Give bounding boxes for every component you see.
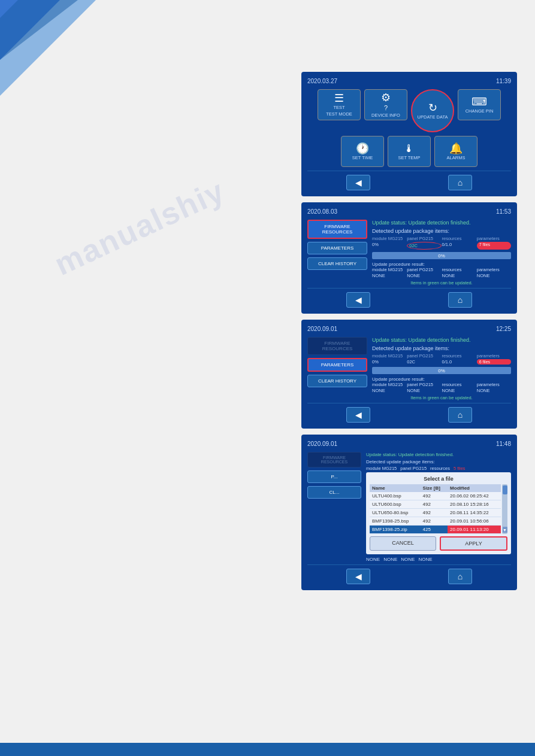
p4-result-row: NONE NONE NONE NONE bbox=[366, 557, 511, 562]
update-data-button[interactable]: ↻ UPDATE DATA bbox=[411, 89, 454, 132]
back-button-1[interactable]: ◀ bbox=[346, 175, 370, 190]
clear-history-btn-2[interactable]: CLEAR HISTORY bbox=[307, 375, 367, 387]
val-params-1: 7 files bbox=[477, 242, 511, 250]
panel2-header: 2020.08.03 11:53 bbox=[307, 208, 511, 215]
set-temp-icon: 🌡 bbox=[404, 143, 415, 154]
home-button-2[interactable]: ⌂ bbox=[448, 292, 472, 308]
panel2-right: Update status: Update detection finished… bbox=[372, 220, 511, 286]
home-button-4[interactable]: ⌂ bbox=[448, 569, 472, 584]
p3-result-val-panel: NONE bbox=[407, 388, 441, 393]
val-module-1: 0% bbox=[372, 242, 406, 250]
change-pin-button[interactable]: ⌨ CHANGE PIN bbox=[458, 89, 501, 120]
set-time-icon: 🕐 bbox=[356, 143, 369, 154]
back-button-2[interactable]: ◀ bbox=[346, 292, 370, 308]
background-decoration bbox=[0, 0, 120, 120]
result-col-panel: panel PG215 bbox=[407, 267, 441, 272]
panel4-header: 2020.09.01 11:48 bbox=[307, 441, 511, 447]
val-panel-1: 02C bbox=[407, 242, 441, 250]
panels-area: 2020.03.27 11:39 ☰ TEST TEST MODE ⚙ ? DE… bbox=[301, 72, 517, 590]
p4-col-headers: module MG215 panel PG215 resources 5 fil… bbox=[366, 466, 511, 471]
panel4-time: 11:48 bbox=[496, 441, 511, 447]
home-button-1[interactable]: ⌂ bbox=[448, 175, 472, 190]
back-button-4[interactable]: ◀ bbox=[346, 569, 370, 584]
test-mode-button[interactable]: ☰ TEST TEST MODE bbox=[318, 89, 361, 120]
panel2-green-note: Items in green can be updated. bbox=[372, 280, 511, 286]
panel3-green-note: Items in green can be updated. bbox=[372, 395, 511, 400]
file-row-5-selected[interactable]: BMF1398-25.zip 425 20.09.01 11:13:20 bbox=[370, 526, 501, 534]
set-temp-button[interactable]: 🌡 SET TEMP bbox=[388, 136, 431, 167]
firmware-resources-btn[interactable]: FIRMWARERESOURCES bbox=[307, 220, 367, 239]
alarms-button[interactable]: 🔔 ALARMS bbox=[434, 136, 477, 167]
alarms-icon: 🔔 bbox=[449, 143, 463, 154]
p4-firmware-btn[interactable]: FIRMWARERESOURCES bbox=[307, 452, 361, 467]
p4-result-resources: NONE bbox=[401, 557, 415, 562]
panel3-left: FIRMWARERESOURCES PARAMETERS CLEAR HISTO… bbox=[307, 337, 367, 400]
home-button-3[interactable]: ⌂ bbox=[448, 407, 472, 423]
result-col-params: parameters bbox=[477, 267, 511, 272]
file-date-2: 20.08.10 15:28:16 bbox=[448, 500, 500, 509]
file-date-4: 20.09.01 10:56:06 bbox=[448, 517, 500, 526]
firmware-resources-btn-2[interactable]: FIRMWARERESOURCES bbox=[307, 337, 367, 355]
p3-col-module: module MG215 bbox=[372, 353, 406, 359]
parameters-btn-2[interactable]: PARAMETERS bbox=[307, 358, 367, 372]
p3-result-val-module: NONE bbox=[372, 388, 406, 393]
device-info-sublabel: DEVICE INFO bbox=[371, 113, 400, 118]
file-scrollbar[interactable]: ▼ bbox=[502, 484, 508, 534]
set-temp-label: SET TEMP bbox=[398, 155, 420, 160]
p3-val-module: 0% bbox=[372, 359, 406, 365]
panel3-status: Update status: Update detection finished… bbox=[372, 337, 511, 343]
parameters-btn-1[interactable]: PARAMETERS bbox=[307, 242, 367, 254]
p3-col-resources: resources bbox=[442, 353, 476, 359]
panel3-result-table: module MG215 panel PG215 resources param… bbox=[372, 382, 511, 393]
menu-buttons-row1: ☰ TEST TEST MODE ⚙ ? DEVICE INFO ↻ UPDAT… bbox=[307, 89, 511, 132]
p4-clear-btn[interactable]: CL... bbox=[307, 486, 361, 499]
col-header-module: module MG215 bbox=[372, 236, 406, 241]
file-row-2[interactable]: ULTU600.bsp 492 20.08.10 15:28:16 bbox=[370, 500, 501, 509]
change-pin-icon: ⌨ bbox=[471, 96, 487, 107]
alarms-label: ALARMS bbox=[447, 155, 466, 160]
p3-result-col-module: module MG215 bbox=[372, 382, 406, 387]
p4-col-panel: panel PG215 bbox=[400, 466, 427, 471]
clear-history-btn-1[interactable]: CLEAR HISTORY bbox=[307, 257, 367, 270]
panel2-detected: Detected update package items: bbox=[372, 228, 511, 234]
set-time-label: SET TIME bbox=[352, 155, 373, 160]
p3-result-col-resources: resources bbox=[442, 382, 476, 387]
panel3-detected: Detected update package items: bbox=[372, 345, 511, 351]
apply-button[interactable]: APPLY bbox=[440, 536, 507, 551]
file-date-5: 20.09.01 11:13:20 bbox=[448, 526, 500, 534]
cancel-button[interactable]: CANCEL bbox=[370, 536, 436, 551]
panel2-update-table: module MG215 panel PG215 resources param… bbox=[372, 236, 511, 250]
result-val-resources-1: NONE bbox=[442, 273, 476, 278]
panel3-layout: FIRMWARERESOURCES PARAMETERS CLEAR HISTO… bbox=[307, 337, 511, 400]
p4-parameters-btn[interactable]: P... bbox=[307, 470, 361, 483]
menu-buttons-row2: 🕐 SET TIME 🌡 SET TEMP 🔔 ALARMS bbox=[307, 136, 511, 167]
file-select-dialog: Select a file Name Size [B] Modified bbox=[366, 472, 511, 554]
device-info-icon: ⚙ bbox=[381, 92, 391, 103]
file-row-4[interactable]: BMF1398-25.bsp 492 20.09.01 10:56:06 bbox=[370, 517, 501, 526]
panel-update-1: 2020.08.03 11:53 FIRMWARERESOURCES PARAM… bbox=[301, 202, 517, 314]
file-row-1[interactable]: ULTU400.bsp 492 20.06.02 06:25:42 bbox=[370, 492, 501, 500]
panel4-date: 2020.09.01 bbox=[307, 441, 337, 447]
p4-status: Update status: Update detection finished… bbox=[366, 452, 511, 457]
p4-detected: Detected update package items: bbox=[366, 459, 511, 464]
result-val-panel-1: NONE bbox=[407, 273, 441, 278]
panel3-time: 12:25 bbox=[496, 326, 511, 332]
panel2-progress-bar: 0% bbox=[372, 252, 511, 259]
panel2-layout: FIRMWARERESOURCES PARAMETERS CLEAR HISTO… bbox=[307, 220, 511, 286]
set-time-button[interactable]: 🕐 SET TIME bbox=[341, 136, 384, 167]
device-info-button[interactable]: ⚙ ? DEVICE INFO bbox=[364, 89, 407, 120]
panel4-layout: FIRMWARERESOURCES P... CL... Update stat… bbox=[307, 452, 511, 562]
th-modified: Modified bbox=[448, 484, 500, 492]
file-row-3[interactable]: ULTU650-80.bsp 492 20.08.11 14:35:22 bbox=[370, 509, 501, 517]
result-col-resources: resources bbox=[442, 267, 476, 272]
file-size-5: 425 bbox=[421, 526, 448, 534]
file-size-3: 492 bbox=[421, 509, 448, 517]
file-date-3: 20.08.11 14:35:22 bbox=[448, 509, 500, 517]
p3-val-params: 6 files bbox=[477, 359, 511, 365]
p3-result-col-panel: panel PG215 bbox=[407, 382, 441, 387]
panel3-nav: ◀ ⌂ bbox=[307, 403, 511, 423]
file-size-1: 492 bbox=[421, 492, 448, 500]
scrollbar-arrow-down[interactable]: ▼ bbox=[503, 527, 507, 533]
panel3-result-label: Update procedure result: bbox=[372, 377, 511, 382]
back-button-3[interactable]: ◀ bbox=[346, 407, 370, 423]
